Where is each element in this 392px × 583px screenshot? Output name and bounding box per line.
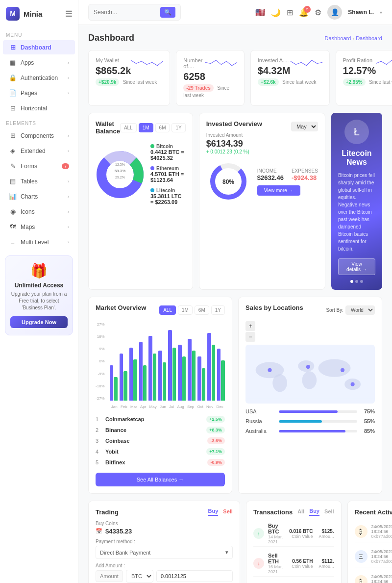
filter-all[interactable]: ALL <box>120 123 137 132</box>
triple-row: Trading Buy Sell Buy Coins 📅 $4335.23 Pa… <box>88 501 382 583</box>
logo-icon: M <box>6 7 20 21</box>
view-details-button[interactable]: View details → <box>338 258 375 275</box>
stat-since: Since last week <box>123 79 157 85</box>
txn-usd-amount: $112. <box>319 558 334 564</box>
forms-icon: ✎ <box>9 162 17 170</box>
txn-icon: ↓ <box>253 558 264 569</box>
filter-1y[interactable]: 1Y <box>211 305 225 315</box>
bottom-row: Market Overview ALL 1M 6M 1Y 27%18%9%0%-… <box>88 297 382 494</box>
sort-label: Sort By: <box>326 307 343 313</box>
sidebar-item-tables[interactable]: ▤ Tables › <box>3 174 75 188</box>
sidebar-item-apps[interactable]: ▦ Apps › <box>3 55 75 70</box>
menu-label: Menu <box>0 27 78 40</box>
sidebar-item-charts[interactable]: 📊 Charts › <box>3 189 75 203</box>
act-time: 24/05/2021, 18:24:56 <box>371 524 392 534</box>
bar-green <box>123 371 127 401</box>
txn-amount-label: Amou... <box>319 534 334 539</box>
grid-icon[interactable]: ⊞ <box>287 8 293 17</box>
income-label: INCOME <box>257 168 277 174</box>
location-name: Russia <box>245 418 275 424</box>
search-button[interactable]: 🔍 <box>160 7 175 18</box>
sort-by: Sort By: World <box>326 305 375 315</box>
location-item: Russia 55% <box>245 418 375 424</box>
activity-list: ₿ 24/05/2021, 18:24:56 0xb77ad009... +0.… <box>355 521 392 583</box>
sidebar-item-extended[interactable]: ◈ Extended › <box>3 144 75 158</box>
see-all-button[interactable]: See All Balances → <box>96 473 225 486</box>
market-change: +7.1% <box>206 448 225 455</box>
sidebar-item-dashboard[interactable]: ⊞ Dashboard <box>3 40 75 54</box>
svg-text:80%: 80% <box>222 178 234 185</box>
market-overview-card: Market Overview ALL 1M 6M 1Y 27%18%9%0%-… <box>88 297 232 494</box>
upgrade-button[interactable]: Upgrade Now <box>10 316 68 328</box>
filter-1m[interactable]: 1M <box>139 123 153 132</box>
sidebar-item-icons[interactable]: ◉ Icons › <box>3 204 75 219</box>
sidebar-item-multilevel[interactable]: ≡ Multi Level › <box>3 235 75 249</box>
flag-icon[interactable]: 🇺🇸 <box>255 8 265 17</box>
market-rank: 1 <box>96 416 101 422</box>
dot-3[interactable] <box>360 280 363 283</box>
bar-blue <box>178 345 181 401</box>
bar-blue <box>207 333 211 401</box>
svg-point-16 <box>268 368 271 372</box>
trading-buy-tab[interactable]: Buy <box>208 508 219 516</box>
search-input[interactable] <box>94 9 157 16</box>
bar-blue <box>129 348 133 401</box>
txn-tab-buy[interactable]: Buy <box>309 508 319 516</box>
breadcrumb-current: Dashboard <box>356 35 382 41</box>
txn-title: Transactions <box>253 508 293 516</box>
txn-tab-all[interactable]: All <box>297 508 304 515</box>
dashboard-icon: ⊞ <box>9 44 17 51</box>
market-item: 4 Yobit +7.1% <box>96 446 225 457</box>
location-name: Australia <box>245 428 275 434</box>
zoom-out-icon[interactable]: − <box>245 332 255 342</box>
trading-sell-tab[interactable]: Sell <box>223 508 233 515</box>
map-controls[interactable]: + − <box>245 321 375 342</box>
payment-select[interactable]: Direct Bank Payment ▾ <box>96 546 233 559</box>
auth-icon: 🔒 <box>9 74 17 81</box>
amount-row: Amount BTCETH <box>96 570 233 583</box>
dot-2[interactable] <box>355 280 358 283</box>
moon-icon[interactable]: 🌙 <box>271 8 281 17</box>
bar-group <box>168 330 176 401</box>
sidebar-item-maps[interactable]: 🗺 Maps › <box>3 220 75 234</box>
txn-tab-sell[interactable]: Sell <box>324 508 334 515</box>
apps-icon: ▦ <box>9 59 17 66</box>
litecoin-icon: Ł <box>344 120 369 144</box>
svg-point-17 <box>306 365 310 369</box>
currency-select[interactable]: BTCETH <box>126 570 153 583</box>
notification-icon[interactable]: 🔔 5 <box>299 8 309 17</box>
filter-all[interactable]: ALL <box>159 305 176 315</box>
bar-green <box>182 356 186 401</box>
stat-label: Profit Ration <box>343 57 376 63</box>
amount-input[interactable] <box>156 570 233 582</box>
sidebar-item-horizontal[interactable]: ⊟ Horizontal <box>3 101 75 115</box>
hamburger-icon[interactable]: ☰ <box>65 9 72 19</box>
horizontal-icon: ⊟ <box>9 104 17 112</box>
stat-value: $865.2k <box>96 65 131 76</box>
filter-6m[interactable]: 6M <box>195 305 209 315</box>
filter-1y[interactable]: 1Y <box>172 123 185 132</box>
month-select[interactable]: MayJun <box>291 122 318 131</box>
view-more-button[interactable]: View more → <box>257 185 300 196</box>
activity-header: Recent Activity Today ▾ <box>355 508 392 516</box>
trading-header: Trading Buy Sell <box>96 508 233 516</box>
activity-item: ₿ 24/05/2021, 18:24:56 0xb77ad009... +0.… <box>355 571 392 583</box>
forms-badge: 7 <box>62 163 69 169</box>
dot-1[interactable] <box>350 280 353 283</box>
settings-icon[interactable]: ⚙ <box>315 8 321 17</box>
sidebar-item-components[interactable]: ⊞ Components › <box>3 128 75 143</box>
filter-1m[interactable]: 1M <box>178 305 193 315</box>
market-change: +2.5% <box>206 416 225 423</box>
icons-icon: ◉ <box>9 208 17 215</box>
sidebar-item-forms[interactable]: ✎ Forms 7 <box>3 159 75 173</box>
wallet-body: 58.3% 29.2% 12.5% Bitcoin 0.4412 BTC = $… <box>96 144 186 205</box>
sort-select[interactable]: World <box>345 305 375 315</box>
sidebar-item-authentication[interactable]: 🔒 Authentication › <box>3 71 75 85</box>
svg-point-11 <box>298 360 314 372</box>
user-dropdown-icon[interactable]: ▾ <box>380 10 382 15</box>
pie-chart: 58.3% 29.2% 12.5% <box>96 150 145 199</box>
sidebar-item-pages[interactable]: 📄 Pages › <box>3 86 75 100</box>
filter-6m[interactable]: 6M <box>155 123 170 132</box>
zoom-in-icon[interactable]: + <box>245 321 255 331</box>
bar-green <box>143 365 147 401</box>
